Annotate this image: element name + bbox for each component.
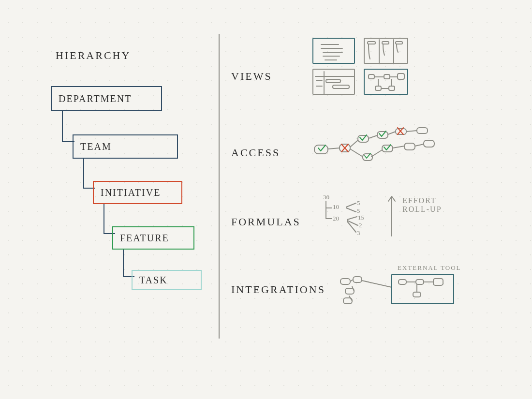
svg-rect-27 — [433, 279, 443, 285]
box-initiative: INITIATIVE — [93, 181, 182, 204]
views-thumb-list — [312, 38, 355, 64]
svg-rect-18 — [424, 140, 434, 147]
formulas-caption: EFFORTROLL-UP — [402, 196, 442, 214]
title-integrations: INTEGRATIONS — [231, 283, 325, 296]
title-access: ACCESS — [231, 147, 280, 159]
svg-rect-9 — [389, 86, 395, 90]
svg-rect-0 — [368, 42, 375, 44]
box-team-label: TEAM — [80, 141, 112, 152]
svg-rect-28 — [413, 292, 421, 297]
box-department: DEPARTMENT — [51, 86, 162, 111]
svg-rect-20 — [340, 279, 350, 284]
views-thumb-gantt — [312, 69, 355, 95]
access-graph-doodle — [310, 126, 455, 169]
svg-rect-3 — [326, 79, 340, 83]
box-task: TASK — [132, 270, 202, 290]
box-feature: FEATURE — [112, 226, 194, 250]
formulas-doodle: 30 10 20 5 5 15 2 3 EFFORTROLL-UP — [319, 193, 474, 247]
svg-rect-15 — [417, 128, 428, 133]
svg-rect-4 — [333, 85, 349, 89]
svg-rect-6 — [384, 74, 390, 79]
views-thumb-graph — [364, 69, 408, 95]
box-department-label: DEPARTMENT — [59, 93, 132, 104]
svg-rect-17 — [404, 143, 415, 150]
integrations-doodle: EXTERNAL TOOL — [339, 266, 484, 319]
svg-rect-21 — [353, 277, 362, 282]
hierarchy-title: HIERARCHY — [56, 49, 131, 62]
box-initiative-label: INITIATIVE — [101, 187, 161, 198]
diagram-canvas: HIERARCHY DEPARTMENT TEAM INITIATIVE FEA… — [0, 0, 532, 399]
svg-rect-7 — [398, 74, 404, 79]
svg-rect-26 — [416, 280, 424, 284]
svg-rect-2 — [396, 42, 402, 44]
vertical-divider — [219, 34, 220, 339]
svg-rect-8 — [375, 86, 381, 90]
box-team: TEAM — [73, 134, 178, 159]
views-thumb-board — [364, 38, 408, 64]
svg-rect-1 — [382, 42, 389, 44]
svg-rect-25 — [399, 280, 406, 284]
box-task-label: TASK — [139, 275, 168, 286]
title-formulas: FORMULAS — [231, 216, 301, 228]
title-views: VIEWS — [231, 70, 272, 83]
svg-rect-5 — [369, 74, 374, 79]
svg-rect-10 — [314, 145, 328, 154]
box-feature-label: FEATURE — [120, 233, 169, 244]
